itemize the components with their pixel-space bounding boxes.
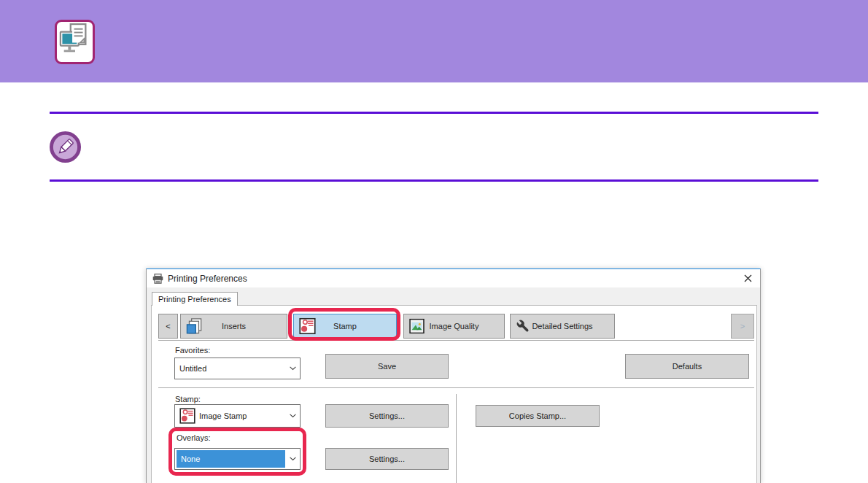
monitor-document-icon xyxy=(59,23,91,62)
note-pencil-icon xyxy=(49,131,82,163)
toolbar-tab-image-quality[interactable]: Image Quality xyxy=(403,314,505,339)
toolbar-prev-button[interactable]: < xyxy=(158,314,178,339)
chevron-down-icon xyxy=(285,457,300,461)
tab-page-panel: < Inserts xyxy=(151,305,757,483)
inserts-icon xyxy=(186,318,203,335)
favorites-separator xyxy=(158,387,754,388)
stamp-dropdown-value: Image Stamp xyxy=(175,408,285,424)
divider-line-top xyxy=(50,112,818,114)
printer-icon xyxy=(152,274,163,284)
toolbar-tab-inserts[interactable]: Inserts xyxy=(180,314,287,339)
stamp-label: Stamp: xyxy=(175,395,201,403)
stamp-dropdown-text: Image Stamp xyxy=(199,411,247,420)
stamp-settings-button[interactable]: Settings... xyxy=(325,404,449,428)
chevron-down-icon xyxy=(285,366,300,371)
section-vertical-divider xyxy=(456,394,457,483)
close-button[interactable] xyxy=(735,269,760,287)
chevron-right-label: > xyxy=(740,322,745,331)
print-driver-icon-box xyxy=(55,20,95,64)
favorites-dropdown[interactable]: Untitled xyxy=(174,358,301,379)
wrench-icon xyxy=(516,319,530,333)
toolbar-next-button[interactable]: > xyxy=(731,314,754,339)
document-page: Printing Preferences Printing Preference… xyxy=(0,0,868,483)
stamp-icon xyxy=(299,318,316,335)
overlays-label: Overlays: xyxy=(177,433,210,442)
header-banner xyxy=(0,0,868,82)
overlays-settings-button[interactable]: Settings... xyxy=(325,448,449,470)
image-stamp-icon xyxy=(179,408,195,424)
chevron-down-icon xyxy=(285,414,300,418)
toolbar-tab-detailed-settings[interactable]: Detailed Settings xyxy=(510,314,615,339)
copies-stamp-button[interactable]: Copies Stamp... xyxy=(476,405,600,427)
favorites-label: Favorites: xyxy=(175,346,210,355)
tab-printing-preferences[interactable]: Printing Preferences xyxy=(152,292,238,306)
printing-preferences-dialog: Printing Preferences Printing Preference… xyxy=(146,268,761,483)
favorites-dropdown-value: Untitled xyxy=(175,364,285,373)
stamp-dropdown[interactable]: Image Stamp xyxy=(174,404,301,428)
chevron-left-label: < xyxy=(166,322,170,331)
image-quality-icon xyxy=(409,319,425,334)
defaults-button[interactable]: Defaults xyxy=(625,354,749,379)
dialog-title: Printing Preferences xyxy=(168,274,247,284)
save-button[interactable]: Save xyxy=(325,354,449,379)
divider-line-bottom xyxy=(50,179,818,182)
overlays-dropdown-value: None xyxy=(177,450,285,468)
overlays-dropdown[interactable]: None xyxy=(174,448,301,470)
toolbar-tab-stamp[interactable]: Stamp xyxy=(293,314,397,339)
toolbar-separator xyxy=(158,340,754,341)
dialog-titlebar: Printing Preferences xyxy=(147,269,760,287)
